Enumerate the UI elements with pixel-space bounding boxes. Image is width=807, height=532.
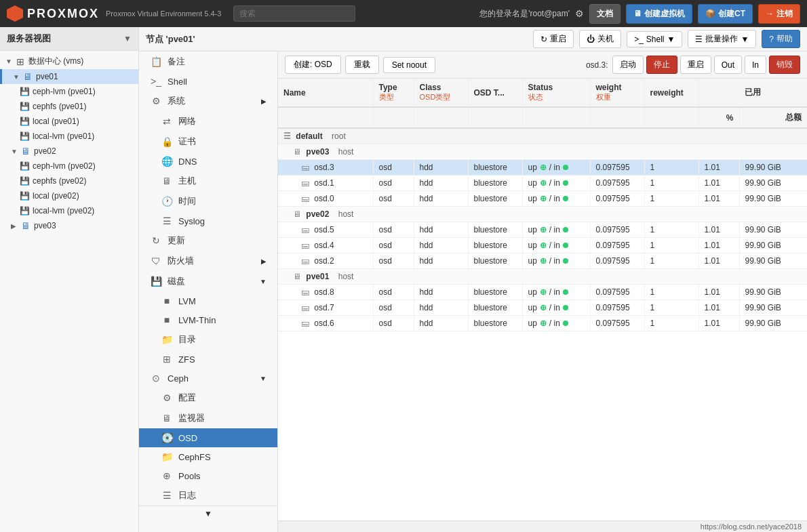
logout-button[interactable]: → 注销 [758,4,800,24]
menu-item-disk[interactable]: 💾 磁盘 ▼ [139,271,277,291]
sidebar-item-pve03[interactable]: ▶ 🖥 pve03 [0,218,138,233]
menu-item-ceph[interactable]: ⊙ Ceph ▼ [139,369,277,388]
menu-scroll-down[interactable]: ▼ [139,506,277,521]
table-row[interactable]: 🖥 pve02 host [278,207,807,222]
disk-icon-8: 💾 [19,205,30,216]
menu-item-config[interactable]: ⚙ 配置 [139,388,277,408]
osd-out-button[interactable]: Out [714,56,742,74]
osd-class: hdd [414,222,468,238]
menu-item-summary[interactable]: 📋 备注 [139,52,277,72]
table-row[interactable]: 🖴 osd.8 osd hdd bluestore up ⊕ / in 0.09… [278,285,807,300]
config-icon: ⚙ [161,392,173,403]
menu-item-pools[interactable]: ⊕ Pools [139,466,277,485]
table-row[interactable]: 🖴 osd.1 osd hdd bluestore up ⊕ / in 0.09… [278,176,807,191]
table-row[interactable]: 🖴 osd.4 osd hdd bluestore up ⊕ / in 0.09… [278,238,807,253]
doc-button[interactable]: 文档 [589,4,621,24]
create-ct-button[interactable]: 📦 创建CT [698,4,753,24]
logo: PROXMOX Proxmox Virtual Environment 5.4-… [7,5,221,22]
menu-item-shell[interactable]: >_ Shell [139,72,277,91]
table-row[interactable]: 🖴 osd.6 osd hdd bluestore up ⊕ / in 0.09… [278,316,807,331]
menu-item-zfs[interactable]: ⊞ ZFS [139,350,277,369]
disk-expand-icon: ▼ [260,278,267,285]
sidebar-dropdown-icon[interactable]: ▼ [123,34,132,43]
osd-in-button[interactable]: In [745,56,766,74]
up-indicator: ⊕ [540,256,547,266]
sidebar-item-local-lvm-pve01[interactable]: 💾 local-lvm (pve01) [0,129,138,144]
table-row[interactable]: 🖴 osd.5 osd hdd bluestore up ⊕ / in 0.09… [278,222,807,238]
osd-row-icon: 🖴 [301,194,309,203]
cert-icon: 🔒 [161,136,173,147]
osd-delete-button[interactable]: 销毁 [769,56,800,74]
osd-stop-button[interactable]: 停止 [646,56,677,74]
osd-reweight: 1 [644,253,698,269]
table-header-row: Name Type 类型 Class OSD类型 OS [278,79,807,107]
notes-icon: 📋 [150,56,162,67]
osd-type: bluestore [468,300,522,316]
group-name: ☰ default root [278,128,807,144]
settings-icon[interactable]: ⚙ [575,8,584,19]
set-noout-button[interactable]: Set noout [383,57,435,73]
menu-item-network[interactable]: ⇄ 网络 [139,111,277,131]
menu-item-firewall[interactable]: 🛡 防火墙 ▶ [139,251,277,271]
topbar: PROXMOX Proxmox Virtual Environment 5.4-… [0,0,807,27]
osd-used-pct: 1.01 [698,160,739,176]
table-row[interactable]: 🖴 osd.3 osd hdd bluestore up ⊕ / in 0.09… [278,160,807,176]
host-group-name: 🖥 pve03 host [278,144,807,160]
sidebar-item-local-lvm-pve02[interactable]: 💾 local-lvm (pve02) [0,203,138,218]
sidebar-item-local-pve02[interactable]: 💾 local (pve02) [0,188,138,203]
table-row[interactable]: 🖴 osd.0 osd hdd bluestore up ⊕ / in 0.09… [278,191,807,207]
table-row[interactable]: 🖥 pve01 host [278,269,807,285]
create-osd-button[interactable]: 创建: OSD [285,56,341,74]
shell-button[interactable]: >_ Shell ▼ [627,31,682,47]
sidebar-item-pve02[interactable]: ▼ 🖥 pve02 [0,144,138,159]
menu-item-osd[interactable]: 💽 OSD [139,428,277,447]
sidebar-item-local-pve01[interactable]: 💾 local (pve01) [0,114,138,129]
osd-class: hdd [414,176,468,191]
create-vm-button[interactable]: 🖥 创建虚拟机 [626,4,692,24]
menu-item-journal[interactable]: ☰ 日志 [139,485,277,506]
sidebar-item-ceph-lvm-pve02[interactable]: 💾 ceph-lvm (pve02) [0,159,138,173]
menu-item-updates[interactable]: ↻ 更新 [139,230,277,251]
menu-item-syslog[interactable]: ☰ Syslog [139,211,277,230]
osd-restart-button[interactable]: 重启 [680,56,711,74]
osd-name: 🖴 osd.2 [278,253,373,269]
osd-status: up ⊕ / in [522,191,590,207]
table-row[interactable]: 🖥 pve03 host [278,144,807,160]
osd-start-button[interactable]: 启动 [612,56,644,74]
up-indicator: ⊕ [540,163,547,172]
menu-item-certs[interactable]: 🔒 证书 [139,131,277,152]
sidebar-item-cephfs-pve02[interactable]: 💾 cephfs (pve02) [0,173,138,188]
table-row[interactable]: ☰ default root [278,128,807,144]
menu-label-updates: 更新 [168,234,185,247]
menu-item-host[interactable]: 🖥 主机 [139,171,277,191]
datacenter-icon: ⊞ [15,56,26,67]
search-input[interactable] [233,5,355,22]
menu-item-time[interactable]: 🕐 时间 [139,191,277,211]
osd-name: 🖴 osd.0 [278,191,373,207]
restart-button[interactable]: ↻ 重启 [533,30,574,48]
sidebar-item-cephfs-pve01[interactable]: 💾 cephfs (pve01) [0,99,138,114]
menu-label-host: 主机 [178,175,196,187]
menu-item-lvm[interactable]: ■ LVM [139,291,277,310]
sidebar-item-ceph-lvm-pve01[interactable]: 💾 ceph-lvm (pve01) [0,84,138,99]
menu-item-system[interactable]: ⚙ 系统 ▶ [139,91,277,111]
menu-item-monitor[interactable]: 🖥 监视器 [139,408,277,428]
menu-item-lvm-thin[interactable]: ■ LVM-Thin [139,310,277,329]
osd-status: up ⊕ / in [522,253,590,269]
up-indicator: ⊕ [540,319,547,328]
osd-name: 🖴 osd.3 [278,160,373,176]
monitor-icon: 🖥 [633,9,642,18]
help-button[interactable]: ? 帮助 [762,30,800,48]
menu-item-directory[interactable]: 📁 目录 [139,329,277,350]
menu-item-cephfs[interactable]: 📁 CephFS [139,447,277,466]
menu-item-dns[interactable]: 🌐 DNS [139,152,277,171]
sidebar-item-pve01[interactable]: ▼ 🖥 pve01 [0,69,138,84]
th-class: Class OSD类型 [414,79,468,107]
reload-button[interactable]: 重载 [345,56,379,74]
batch-button[interactable]: ☰ 批量操作 ▼ [688,30,756,48]
system-expand-icon: ▶ [261,98,267,105]
shutdown-button[interactable]: ⏻ 关机 [579,30,621,48]
table-row[interactable]: 🖴 osd.2 osd hdd bluestore up ⊕ / in 0.09… [278,253,807,269]
table-row[interactable]: 🖴 osd.7 osd hdd bluestore up ⊕ / in 0.09… [278,300,807,316]
sidebar-item-datacenter[interactable]: ▼ ⊞ 数据中心 (vms) [0,54,138,69]
